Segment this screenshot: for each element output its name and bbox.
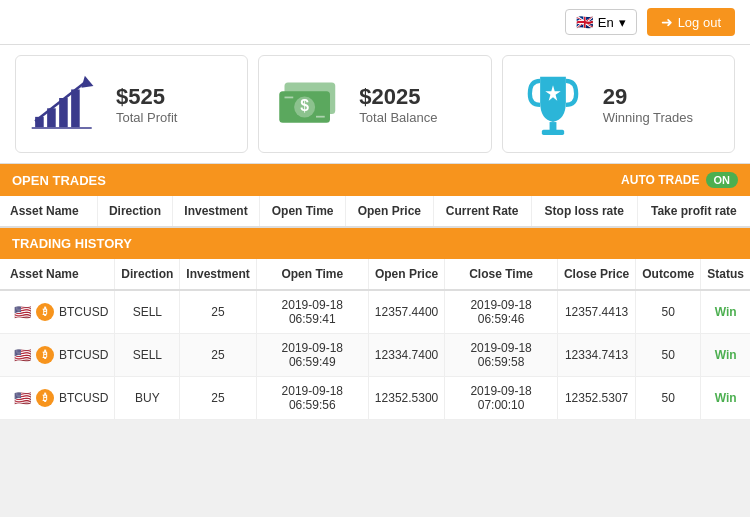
hist-open-price: 12352.5300 — [368, 377, 444, 420]
hist-close-time: 2019-09-18 07:00:10 — [445, 377, 558, 420]
asset-name: BTCUSD — [59, 391, 108, 405]
open-trades-section: OPEN TRADES AUTO TRADE ON Asset Name Dir… — [0, 164, 750, 228]
open-trades-title: OPEN TRADES — [12, 173, 106, 188]
history-row: 🇺🇸 ₿ BTCUSD SELL 25 2019-09-18 06:59:41 … — [0, 290, 750, 334]
lang-label: En — [598, 15, 614, 30]
hist-close-price: 12334.7413 — [557, 334, 635, 377]
hist-status: Win — [701, 290, 750, 334]
open-trades-header-row: Asset Name Direction Investment Open Tim… — [0, 196, 750, 227]
hist-direction: SELL — [115, 334, 180, 377]
open-trades-table: Asset Name Direction Investment Open Tim… — [0, 196, 750, 228]
history-row: 🇺🇸 ₿ BTCUSD BUY 25 2019-09-18 06:59:56 1… — [0, 377, 750, 420]
trading-history-table: Asset Name Direction Investment Open Tim… — [0, 259, 750, 420]
hist-col-investment: Investment — [180, 259, 256, 290]
col-open-price: Open Price — [346, 196, 434, 227]
winning-label: Winning Trades — [603, 110, 693, 125]
chevron-down-icon: ▾ — [619, 15, 626, 30]
hist-investment: 25 — [180, 377, 256, 420]
hist-outcome: 50 — [636, 290, 701, 334]
hist-outcome: 50 — [636, 377, 701, 420]
profit-icon — [31, 74, 101, 134]
hist-investment: 25 — [180, 290, 256, 334]
hist-col-open-price: Open Price — [368, 259, 444, 290]
profit-value: $525 — [116, 84, 177, 110]
flag-icon: 🇺🇸 — [14, 304, 31, 320]
hist-asset-cell: 🇺🇸 ₿ BTCUSD — [0, 334, 115, 377]
toggle-on-label: ON — [706, 172, 739, 188]
hist-open-time: 2019-09-18 06:59:49 — [256, 334, 368, 377]
balance-info: $2025 Total Balance — [359, 84, 437, 125]
auto-trade-label: AUTO TRADE — [621, 173, 699, 187]
hist-outcome: 50 — [636, 334, 701, 377]
trading-history-section: TRADING HISTORY Asset Name Direction Inv… — [0, 228, 750, 420]
flag-icon: 🇺🇸 — [14, 390, 31, 406]
hist-col-direction: Direction — [115, 259, 180, 290]
hist-investment: 25 — [180, 334, 256, 377]
hist-direction: SELL — [115, 290, 180, 334]
trading-history-header: TRADING HISTORY — [0, 228, 750, 259]
svg-rect-14 — [542, 129, 564, 134]
svg-rect-3 — [71, 89, 80, 127]
hist-open-time: 2019-09-18 06:59:56 — [256, 377, 368, 420]
hist-close-time: 2019-09-18 06:59:58 — [445, 334, 558, 377]
winning-info: 29 Winning Trades — [603, 84, 693, 125]
hist-close-price: 12352.5307 — [557, 377, 635, 420]
col-asset-name: Asset Name — [0, 196, 98, 227]
btc-icon: ₿ — [36, 389, 54, 407]
hist-asset-cell: 🇺🇸 ₿ BTCUSD — [0, 290, 115, 334]
btc-icon: ₿ — [36, 303, 54, 321]
hist-open-price: 12357.4400 — [368, 290, 444, 334]
logout-button[interactable]: ➜ Log out — [647, 8, 735, 36]
flag-icon: 🇺🇸 — [14, 347, 31, 363]
history-row: 🇺🇸 ₿ BTCUSD SELL 25 2019-09-18 06:59:49 … — [0, 334, 750, 377]
asset-name: BTCUSD — [59, 348, 108, 362]
btc-icon: ₿ — [36, 346, 54, 364]
svg-text:$: $ — [301, 97, 310, 114]
trophy-icon — [518, 74, 588, 134]
auto-trade-toggle[interactable]: AUTO TRADE ON — [621, 172, 738, 188]
profit-card: $525 Total Profit — [15, 55, 248, 153]
logout-label: Log out — [678, 15, 721, 30]
hist-col-close-price: Close Price — [557, 259, 635, 290]
flag-icon: 🇬🇧 — [576, 14, 593, 30]
balance-value: $2025 — [359, 84, 437, 110]
language-button[interactable]: 🇬🇧 En ▾ — [565, 9, 637, 35]
profit-label: Total Profit — [116, 110, 177, 125]
winning-card: 29 Winning Trades — [502, 55, 735, 153]
trading-history-title: TRADING HISTORY — [12, 236, 132, 251]
asset-name: BTCUSD — [59, 305, 108, 319]
open-trades-header: OPEN TRADES AUTO TRADE ON — [0, 164, 750, 196]
hist-open-time: 2019-09-18 06:59:41 — [256, 290, 368, 334]
hist-status: Win — [701, 377, 750, 420]
hist-close-price: 12357.4413 — [557, 290, 635, 334]
logout-icon: ➜ — [661, 14, 673, 30]
col-investment: Investment — [172, 196, 260, 227]
profit-info: $525 Total Profit — [116, 84, 177, 125]
col-open-time: Open Time — [260, 196, 346, 227]
hist-direction: BUY — [115, 377, 180, 420]
hist-col-status: Status — [701, 259, 750, 290]
hist-col-open-time: Open Time — [256, 259, 368, 290]
col-current-rate: Current Rate — [433, 196, 531, 227]
hist-col-asset: Asset Name — [0, 259, 115, 290]
balance-icon: $ — [274, 74, 344, 134]
balance-label: Total Balance — [359, 110, 437, 125]
col-stop-loss: Stop loss rate — [531, 196, 637, 227]
col-take-profit: Take profit rate — [637, 196, 750, 227]
svg-marker-5 — [81, 76, 93, 88]
hist-open-price: 12334.7400 — [368, 334, 444, 377]
hist-status: Win — [701, 334, 750, 377]
header: 🇬🇧 En ▾ ➜ Log out — [0, 0, 750, 45]
hist-close-time: 2019-09-18 06:59:46 — [445, 290, 558, 334]
hist-col-close-time: Close Time — [445, 259, 558, 290]
stats-row: $525 Total Profit $ $2025 Total Balance — [0, 45, 750, 164]
hist-col-outcome: Outcome — [636, 259, 701, 290]
history-header-row: Asset Name Direction Investment Open Tim… — [0, 259, 750, 290]
svg-rect-13 — [549, 122, 556, 131]
col-direction: Direction — [98, 196, 173, 227]
balance-card: $ $2025 Total Balance — [258, 55, 491, 153]
hist-asset-cell: 🇺🇸 ₿ BTCUSD — [0, 377, 115, 420]
winning-value: 29 — [603, 84, 693, 110]
